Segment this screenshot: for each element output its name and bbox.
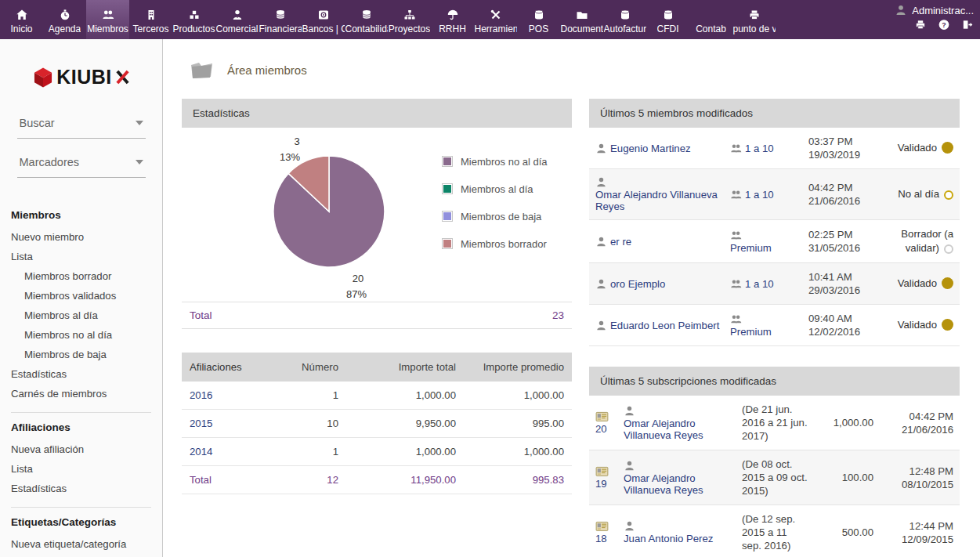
banks-icon [316, 9, 331, 21]
year-link[interactable]: 2014 [190, 446, 287, 458]
main-content: Área miembros Estadísticas 3 13% 20 87% [163, 39, 980, 557]
member-type-link[interactable]: Premium [730, 242, 772, 254]
nav-item-rrhh[interactable]: RRHH [431, 0, 474, 39]
sidebar-item-nuevo-miembro[interactable]: Nuevo miembro [11, 227, 162, 247]
group-icon [730, 313, 742, 325]
nav-item-punto-de-venta[interactable]: punto de venta [732, 0, 776, 39]
member-name-link[interactable]: oro Ejemplo [610, 278, 665, 290]
sidebar-item-miembros-validados[interactable]: Miembros validados [11, 286, 162, 306]
subscriber-name-link[interactable]: Omar Alejandro Villanueva Reyes [624, 418, 703, 441]
nav-item-cfdi[interactable]: CFDI [646, 0, 689, 39]
nav-label: Documentos [561, 24, 603, 34]
top-navbar: Inicio Agenda Miembros Terceros Producto… [0, 0, 980, 39]
autoinvoice-icon [618, 9, 632, 21]
nav-item-comercial[interactable]: Comercial [215, 0, 259, 39]
nav-item-herramientas[interactable]: Herramientas [474, 0, 517, 39]
nav-item-pos[interactable]: POS [517, 0, 560, 39]
legend-swatch-salmon [442, 238, 453, 249]
year-link[interactable]: 2015 [190, 418, 287, 429]
nav-item-contab[interactable]: Contab [689, 0, 732, 39]
legend-swatch-purple [442, 156, 453, 167]
nav-item-contabilidad[interactable]: Contabilidad [345, 0, 388, 39]
last-members-panel-header: Últimos 5 miembros modificados [589, 99, 960, 128]
nav-item-miembros[interactable]: Miembros [86, 0, 129, 39]
member-type-link[interactable]: Premium [730, 326, 772, 338]
cell: 1 [287, 446, 338, 458]
member-name-link[interactable]: Eduardo Leon Peimbert [610, 320, 719, 331]
page-title-text: Área miembros [227, 63, 307, 77]
subscription-id-link[interactable]: 19 [595, 478, 607, 490]
nav-item-proyectos[interactable]: Proyectos [388, 0, 431, 39]
subscription-row: 19 Omar Alejandro Villanueva Reyes (De 0… [589, 450, 960, 505]
nav-item-autofactura[interactable]: Autofactura [603, 0, 646, 39]
member-type-link[interactable]: 1 a 10 [745, 278, 774, 290]
member-name-cell: Eugenio Martinez [595, 143, 727, 154]
subscriber-name-link[interactable]: Omar Alejandro Villanueva Reyes [624, 472, 703, 496]
subscription-range: (De 12 sep. 2015 a 11 sep. 2016) [742, 512, 809, 552]
sidebar-item-carnes[interactable]: Carnés de miembros [11, 384, 162, 403]
sidebar-item-nueva-afiliacion[interactable]: Nueva afiliación [11, 439, 162, 459]
member-name-cell: er re [595, 236, 727, 248]
logout-icon[interactable] [961, 19, 974, 31]
member-name-link[interactable]: er re [610, 236, 631, 248]
cell: 10 [287, 418, 338, 429]
sidebar-item-miembros-no-al-dia[interactable]: Miembros no al día [11, 325, 162, 345]
nav-item-productos[interactable]: Productos [172, 0, 215, 39]
cell: 1,000.00 [456, 389, 564, 401]
sidebar-item-estadisticas-afiliaciones[interactable]: Estadísticas [11, 479, 162, 498]
nav-item-bancos[interactable]: Bancos | Caja [302, 0, 345, 39]
nav-item-terceros[interactable]: Terceros [129, 0, 172, 39]
legend-item: Miembros borrador [442, 238, 548, 250]
chevron-down-icon [136, 121, 143, 125]
nav-item-financiera[interactable]: Financiera [259, 0, 302, 39]
member-row: oro Ejemplo 1 a 10 10:41 AM29/03/2016 Va… [589, 263, 960, 305]
user-icon [895, 4, 907, 16]
nav-item-inicio[interactable]: Inicio [0, 0, 43, 39]
nav-label: RRHH [439, 24, 466, 34]
status-dot-filled [942, 319, 953, 331]
sidebar-item-lista-miembros[interactable]: Lista [11, 247, 162, 266]
sidebar-item-lista-afiliaciones[interactable]: Lista [11, 459, 162, 479]
print-icon[interactable] [914, 19, 927, 31]
nav-user-area: Administrac... [895, 0, 980, 39]
nav-label: Miembros [87, 24, 128, 34]
hr-icon [446, 9, 460, 21]
nav-label: Inicio [10, 24, 32, 34]
sidebar-item-miembros-borrador[interactable]: Miembros borrador [11, 266, 162, 286]
subscription-id-link[interactable]: 20 [595, 423, 607, 435]
member-type-link[interactable]: 1 a 10 [745, 143, 774, 154]
subscription-id-link[interactable]: 18 [595, 533, 607, 544]
member-row: er re Premium 02:25 PM31/05/2016 Borrado… [589, 220, 960, 263]
bookmarks-dropdown[interactable]: Marcadores [17, 151, 146, 178]
member-name-link[interactable]: Omar Alejandro Villanueva Reyes [595, 189, 718, 212]
sidebar-item-miembros-al-dia[interactable]: Miembros al día [11, 306, 162, 325]
members-icon [101, 9, 115, 21]
member-row: Omar Alejandro Villanueva Reyes 1 a 10 0… [589, 169, 960, 220]
member-name-cell: Omar Alejandro Villanueva Reyes [595, 176, 727, 212]
cell: 1,000.00 [338, 446, 456, 458]
cell: 995.83 [456, 474, 564, 486]
nav-item-agenda[interactable]: Agenda [43, 0, 86, 39]
help-icon[interactable] [938, 19, 950, 31]
app-window: Inicio Agenda Miembros Terceros Producto… [0, 0, 980, 557]
page-title: Área miembros [190, 60, 960, 80]
user-icon [595, 236, 607, 248]
nav-item-documentos[interactable]: Documentos [560, 0, 603, 39]
cell: 1,000.00 [338, 389, 456, 401]
member-name-link[interactable]: Eugenio Martinez [610, 143, 691, 154]
nav-items: Inicio Agenda Miembros Terceros Producto… [0, 0, 776, 39]
member-row: Eugenio Martinez 1 a 10 03:37 PM19/03/20… [589, 128, 960, 169]
sidebar-item-estadisticas-miembros[interactable]: Estadísticas [11, 364, 162, 384]
member-type-cell: 1 a 10 [730, 189, 805, 201]
legend-label: Miembros no al día [461, 156, 548, 168]
cell: 9,950.00 [338, 418, 456, 429]
sidebar-item-miembros-de-baja[interactable]: Miembros de baja [11, 345, 162, 364]
search-dropdown[interactable]: Buscar [17, 112, 146, 139]
sidebar-item-nueva-etiqueta[interactable]: Nueva etiqueta/categoría [11, 534, 162, 554]
member-card-icon [595, 411, 609, 422]
member-type-link[interactable]: 1 a 10 [745, 189, 774, 201]
user-menu[interactable]: Administrac... [895, 4, 974, 16]
user-icon [624, 405, 635, 417]
year-link[interactable]: 2016 [190, 389, 287, 401]
subscriber-name-link[interactable]: Juan Antonio Perez [624, 533, 713, 544]
